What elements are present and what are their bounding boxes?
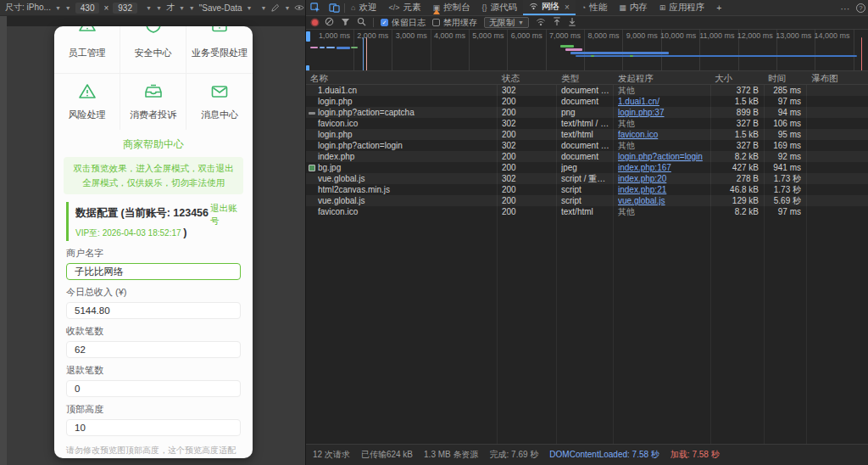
eye-icon[interactable] (294, 3, 304, 13)
request-status: 200 (502, 96, 554, 107)
tab-sources[interactable]: {}源代码 (476, 0, 523, 15)
sources-icon: {} (481, 4, 487, 12)
tab-application[interactable]: ⊞应用程序 (654, 0, 711, 15)
checkbox-unchecked-icon[interactable] (432, 19, 440, 26)
logout-link[interactable]: 退出账号 (210, 202, 241, 241)
clear-icon[interactable] (325, 17, 334, 28)
request-size: 46.8 kB (710, 184, 759, 195)
pen-icon[interactable] (270, 3, 280, 13)
grid-item-5[interactable]: 消费者投诉 (120, 74, 186, 130)
tab-performance[interactable]: ◔性能 (576, 0, 613, 15)
request-initiator[interactable]: login.php:37 (618, 107, 708, 118)
tab-code[interactable]: </>元素 (382, 0, 426, 15)
column-header-7[interactable]: 瀑布图 (811, 73, 838, 85)
request-initiator[interactable]: index.php:21 (618, 184, 708, 195)
tab-memory[interactable]: ▦内存 (613, 0, 654, 15)
chevron-down-icon[interactable]: ▼ (179, 5, 185, 11)
table-row[interactable]: 1.duai1.cn302document / 重…其他372 B285 ms (306, 85, 868, 96)
device-height-input[interactable]: 932 (113, 3, 137, 14)
request-size: 8.2 kB (710, 151, 759, 162)
table-row[interactable]: login.php200document1.duai1.cn/1.5 kB97 … (306, 96, 868, 107)
throttling-dropdown[interactable]: 无限制 ▼ (484, 17, 529, 28)
table-row[interactable]: favicon.ico302text/html / 重定…其他327 B106 … (306, 118, 868, 129)
field-input[interactable] (66, 419, 241, 436)
record-icon[interactable] (312, 20, 318, 25)
request-initiator[interactable]: favicon.ico (618, 129, 708, 140)
table-row[interactable]: html2canvas.min.js200scriptindex.php:214… (306, 184, 868, 195)
export-har-icon[interactable] (568, 17, 576, 28)
search-icon[interactable] (357, 17, 366, 28)
chevron-down-icon[interactable]: ▼ (247, 5, 253, 11)
grid-item-1[interactable]: 员工管理 (54, 26, 120, 74)
field-input[interactable] (66, 341, 241, 358)
help-icon[interactable]: ? (856, 3, 865, 13)
chevron-down-icon[interactable]: ▼ (284, 5, 290, 11)
more-tools-icon[interactable]: ⋯ (841, 3, 850, 14)
request-initiator[interactable]: login.php?action=login (618, 151, 708, 162)
column-header-5[interactable]: 大小 (715, 73, 732, 85)
tab-home[interactable]: ⌂欢迎 (345, 0, 382, 15)
field-input[interactable] (66, 302, 241, 319)
summary-item-1: 12 次请求 (313, 449, 350, 461)
column-header-6[interactable]: 时间 (768, 73, 786, 85)
column-header-2[interactable]: 状态 (502, 73, 520, 85)
request-initiator[interactable]: vue.global.js (618, 195, 708, 206)
table-row[interactable]: login.php200text/htmlfavicon.ico1.5 kB95… (306, 129, 868, 140)
disable-cache-checkbox[interactable]: 禁用缓存 (432, 17, 477, 29)
request-type: jpeg (561, 162, 611, 173)
chevron-down-icon[interactable]: ▼ (65, 5, 71, 11)
request-initiator[interactable]: index.php:20 (618, 173, 708, 184)
table-row[interactable]: vue.global.js302script / 重定向index.php:20… (306, 173, 868, 184)
request-initiator[interactable]: 1.duai1.cn/ (618, 96, 708, 107)
preserve-log-checkbox[interactable]: ✓ 保留日志 (381, 17, 426, 29)
table-row[interactable]: bg.jpg200jpegindex.php:167427 kB941 ms (306, 162, 868, 173)
device-zoom-select[interactable]: 才 (166, 2, 175, 14)
tab-console[interactable]: ▣控制台 (426, 0, 476, 15)
device-dimensions-select[interactable]: 尺寸: iPho... (5, 2, 51, 14)
table-row[interactable]: login.php?action=login302document / 重…其他… (306, 140, 868, 151)
inspect-element-icon[interactable] (306, 0, 325, 15)
grid-item-4[interactable]: 风险处理 (54, 74, 120, 130)
table-row[interactable]: index.php200documentlogin.php?action=log… (306, 151, 868, 162)
grid-item-3[interactable]: 业务受限处理 (186, 26, 253, 74)
checkbox-checked-icon[interactable]: ✓ (381, 19, 388, 26)
request-initiator[interactable]: index.php:167 (618, 162, 708, 173)
table-row[interactable]: vue.global.js200scriptvue.global.js129 k… (306, 195, 868, 206)
request-type: script (561, 184, 611, 195)
device-toolbar-toggle-icon[interactable] (325, 0, 344, 15)
tab-network[interactable]: 网络× (523, 0, 576, 15)
config-title: 数据配置 (当前账号: 123456 VIP至: 2026-04-03 18:5… (75, 202, 210, 241)
column-header-1[interactable]: 名称 (310, 73, 328, 85)
request-size: 278 B (710, 173, 759, 184)
chevron-down-icon[interactable]: ▼ (260, 5, 266, 11)
import-har-icon[interactable] (553, 17, 561, 28)
table-row[interactable]: login.php?action=captcha200pnglogin.php:… (306, 107, 868, 118)
tab-label: 应用程序 (669, 2, 704, 14)
network-conditions-icon[interactable] (536, 18, 546, 28)
chevron-down-icon[interactable]: ▼ (55, 5, 61, 11)
tab-plus[interactable]: + (710, 0, 727, 15)
request-status: 200 (502, 151, 554, 162)
column-header-4[interactable]: 发起程序 (618, 73, 654, 85)
grid-item-2[interactable]: 安全中心 (120, 26, 186, 74)
waterfall-mark (565, 48, 582, 51)
device-width-input[interactable]: 430 (75, 3, 100, 14)
envelope-icon (209, 81, 230, 105)
filter-icon[interactable] (341, 18, 350, 28)
request-time: 94 ms (764, 107, 801, 118)
column-header-3[interactable]: 类型 (561, 73, 579, 85)
grid-item-label: 业务受限处理 (192, 47, 248, 59)
table-row[interactable]: favicon.ico200text/html其他8.2 kB97 ms (306, 206, 868, 217)
request-type: document (561, 96, 611, 107)
column-divider (556, 85, 557, 444)
field-input[interactable] (66, 263, 241, 280)
close-icon[interactable]: × (565, 3, 570, 12)
field-input[interactable] (66, 380, 241, 397)
chevron-down-icon[interactable]: ▼ (189, 5, 195, 11)
network-toolbar: ✓ 保留日志 禁用缓存 无限制 ▼ (306, 16, 868, 30)
grid-item-6[interactable]: 消息中心 (186, 74, 253, 130)
network-timeline-overview[interactable]: 1,000 ms2,000 ms3,000 ms4,000 ms5,000 ms… (306, 30, 868, 71)
chevron-down-icon[interactable]: ▼ (156, 5, 162, 11)
chevron-down-icon[interactable]: ▼ (146, 5, 152, 11)
throttling-select[interactable]: "Save-Data (199, 3, 242, 13)
